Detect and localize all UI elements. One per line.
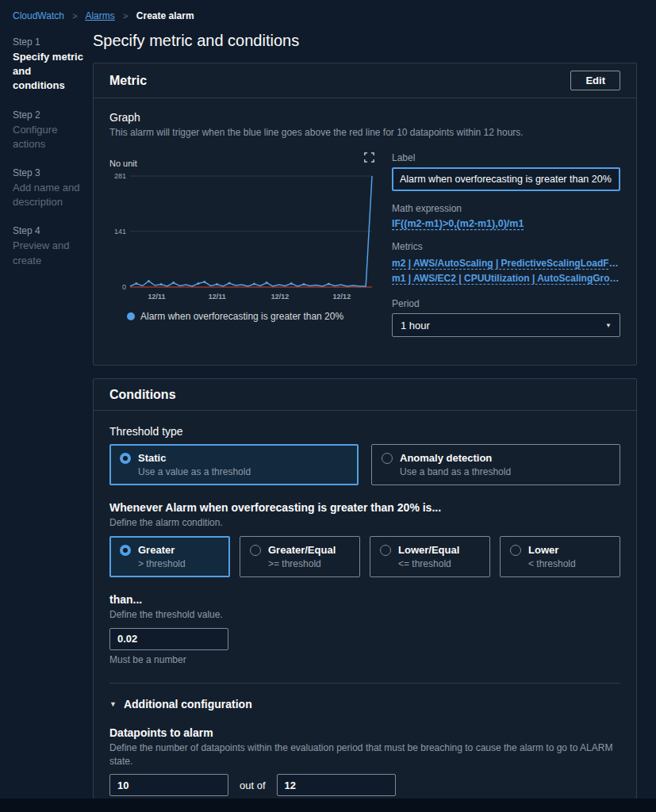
- svg-text:12/12: 12/12: [333, 293, 351, 301]
- svg-text:0: 0: [122, 283, 126, 291]
- page-title: Specify metric and conditions: [93, 32, 637, 50]
- tile-label: Greater: [138, 544, 186, 556]
- alarm-condition-description: Define the alarm condition.: [109, 516, 620, 530]
- alarm-condition-label: Whenever Alarm when overforecasting is g…: [109, 501, 620, 514]
- edit-button[interactable]: Edit: [570, 71, 620, 90]
- metric-card-body: Graph This alarm will trigger when the b…: [94, 98, 636, 365]
- legend-label: Alarm when overforecasting is greater th…: [140, 311, 343, 322]
- step-number: Step 4: [13, 225, 86, 236]
- tile-label: Static: [138, 452, 251, 464]
- metric-details: Label Math expression IF((m2-m1)>0,(m2-m…: [392, 152, 620, 349]
- step-label: Add name and description: [13, 181, 86, 209]
- metric-row-m1: m1 | AWS/EC2 | CPUUtilization | AutoScal…: [392, 271, 620, 286]
- breadcrumb-link-cloudwatch[interactable]: CloudWatch: [13, 10, 64, 21]
- math-expression-label: Math expression: [392, 203, 620, 214]
- radio-icon: [510, 545, 521, 556]
- step-label: Preview and create: [13, 239, 86, 267]
- svg-text:12/11: 12/11: [148, 293, 166, 301]
- divider: [109, 683, 620, 684]
- datapoints-to-alarm-input[interactable]: [109, 774, 228, 796]
- conditions-card-title: Conditions: [109, 388, 176, 402]
- out-of-label: out of: [240, 779, 266, 791]
- metric-row-m2: m2 | AWS/AutoScaling | PredictiveScaling…: [392, 256, 620, 271]
- math-expression-value: IF((m2-m1)>0,(m2-m1),0)/m1: [392, 218, 620, 229]
- graph-label: Graph: [109, 111, 620, 124]
- tile-description: Use a value as a threshold: [138, 466, 251, 477]
- breadcrumb-separator: >: [72, 11, 77, 21]
- conditions-card-header: Conditions: [94, 379, 636, 411]
- breadcrumb-separator: >: [123, 11, 128, 21]
- tile-label: Greater/Equal: [268, 544, 336, 556]
- conditions-card: Conditions Threshold type Static Use a v…: [93, 378, 637, 812]
- label-field-label: Label: [392, 152, 620, 163]
- graph-description: This alarm will trigger when the blue li…: [109, 126, 620, 140]
- datapoints-description: Define the number of datapoints within t…: [109, 741, 620, 768]
- tile-description: > threshold: [138, 558, 186, 569]
- step-label: Specify metric and conditions: [13, 50, 86, 94]
- metrics-label: Metrics: [392, 241, 620, 252]
- step-number: Step 1: [13, 36, 86, 48]
- tile-label: Lower/Equal: [398, 544, 459, 556]
- breadcrumb: CloudWatch > Alarms > Create alarm: [0, 0, 656, 21]
- svg-text:12/12: 12/12: [271, 293, 290, 301]
- tile-description: >= threshold: [268, 558, 336, 569]
- radio-checked-icon: [120, 545, 131, 556]
- svg-text:12/11: 12/11: [209, 293, 226, 301]
- metric-card-title: Metric: [109, 74, 147, 88]
- radio-icon: [382, 453, 393, 464]
- step-label: Configure actions: [13, 123, 86, 151]
- tile-static-threshold[interactable]: Static Use a value as a threshold: [109, 444, 359, 485]
- chart-legend: Alarm when overforecasting is greater th…: [109, 311, 374, 322]
- threshold-constraint-text: Must be a number: [109, 654, 620, 665]
- wizard-steps-nav: Step 1 Specify metric and conditions Ste…: [13, 36, 86, 284]
- additional-configuration-expander[interactable]: ▼ Additional configuration: [109, 698, 620, 710]
- step-1-specify-metric[interactable]: Step 1 Specify metric and conditions: [13, 36, 86, 94]
- chevron-down-icon: ▼: [605, 322, 612, 329]
- breadcrumb-link-alarms[interactable]: Alarms: [85, 10, 114, 21]
- step-4-preview[interactable]: Step 4 Preview and create: [13, 225, 86, 267]
- radio-icon: [380, 545, 391, 556]
- tile-greater-equal[interactable]: Greater/Equal >= threshold: [240, 536, 360, 577]
- svg-text:141: 141: [114, 228, 126, 236]
- label-input[interactable]: [392, 167, 620, 191]
- caret-down-icon: ▼: [109, 700, 117, 708]
- evaluation-periods-input[interactable]: [277, 774, 396, 796]
- y-axis-unit-label: No unit: [109, 159, 137, 168]
- tile-label: Lower: [528, 544, 576, 556]
- period-label: Period: [392, 298, 620, 309]
- tile-description: Use a band as a threshold: [400, 466, 511, 477]
- metric-card: Metric Edit Graph This alarm will trigge…: [93, 63, 637, 366]
- tile-label: Anomaly detection: [400, 452, 511, 464]
- threshold-value-description: Define the threshold value.: [109, 608, 620, 622]
- tile-anomaly-detection[interactable]: Anomaly detection Use a band as a thresh…: [371, 444, 620, 485]
- tile-description: <= threshold: [398, 558, 459, 569]
- radio-checked-icon: [120, 453, 131, 464]
- threshold-value-input[interactable]: [109, 628, 228, 650]
- main-content: Specify metric and conditions Metric Edi…: [93, 29, 637, 812]
- threshold-type-label: Threshold type: [109, 425, 620, 438]
- step-3-add-name[interactable]: Step 3 Add name and description: [13, 167, 86, 209]
- tile-lower[interactable]: Lower < threshold: [500, 536, 620, 577]
- chart-area: No unit 014128112/1112/1112/1212/12 Alar…: [109, 152, 374, 349]
- threshold-value-label: than...: [109, 593, 620, 606]
- tile-greater[interactable]: Greater > threshold: [109, 536, 230, 577]
- step-number: Step 3: [13, 167, 86, 178]
- additional-configuration-title: Additional configuration: [124, 698, 252, 710]
- conditions-card-body: Threshold type Static Use a value as a t…: [94, 411, 636, 812]
- breadcrumb-current: Create alarm: [136, 10, 194, 21]
- tile-description: < threshold: [528, 558, 576, 569]
- period-selected-value: 1 hour: [401, 320, 430, 331]
- datapoints-label: Datapoints to alarm: [109, 726, 620, 739]
- period-select[interactable]: 1 hour ▼: [392, 313, 620, 337]
- footer-bar: [0, 799, 656, 812]
- metric-card-header: Metric Edit: [94, 63, 636, 98]
- metric-line-chart: 014128112/1112/1112/1212/12: [109, 170, 374, 306]
- step-number: Step 2: [13, 109, 86, 121]
- legend-dot-icon: [127, 312, 135, 320]
- tile-lower-equal[interactable]: Lower/Equal <= threshold: [370, 536, 490, 577]
- step-2-configure-actions[interactable]: Step 2 Configure actions: [13, 109, 86, 151]
- expand-icon[interactable]: [364, 152, 374, 163]
- svg-text:281: 281: [114, 172, 126, 180]
- radio-icon: [250, 545, 261, 556]
